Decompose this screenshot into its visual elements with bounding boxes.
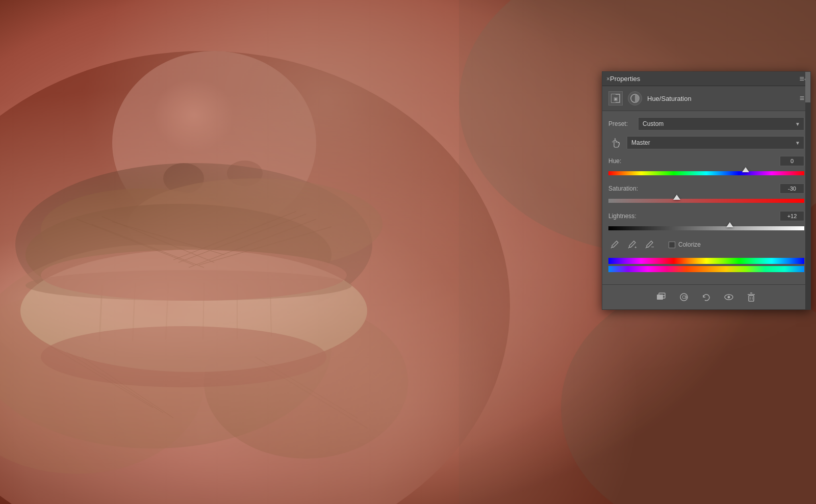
svg-point-11	[204, 306, 408, 459]
properties-panel: × Properties ≡ « ▣ Hue/Saturation ≡ Pres…	[602, 71, 811, 310]
lightness-section: Lightness: +12	[608, 211, 804, 233]
hand-tool-icon[interactable]	[608, 136, 623, 150]
svg-point-54	[682, 296, 685, 299]
reset-button[interactable]	[699, 290, 713, 304]
svg-line-36	[265, 367, 367, 428]
lightness-track	[608, 226, 804, 230]
svg-text:−: −	[651, 244, 654, 249]
colorize-section: Colorize	[669, 241, 701, 248]
eyedropper-subtract-button[interactable]: −	[643, 238, 655, 251]
svg-point-22	[41, 326, 326, 387]
hue-slider-container[interactable]	[608, 168, 804, 178]
svg-point-4	[227, 161, 263, 186]
saturation-track	[608, 199, 804, 203]
preset-row: Preset: Custom Default Cyanotype Sepia ▼	[608, 117, 804, 130]
adjustment-layer-icon: ▣	[608, 91, 623, 105]
scrollbar-thumb[interactable]	[805, 72, 810, 102]
svg-line-17	[203, 283, 204, 339]
svg-line-30	[199, 227, 332, 265]
svg-line-16	[166, 283, 168, 339]
svg-line-46	[628, 247, 629, 248]
colorize-label: Colorize	[678, 241, 701, 248]
saturation-thumb[interactable]	[673, 195, 680, 200]
svg-text:+: +	[634, 245, 636, 249]
hue-header: Hue: 0	[608, 156, 804, 166]
svg-point-5	[0, 178, 230, 382]
saturation-label: Saturation:	[608, 185, 638, 192]
svg-line-14	[99, 285, 102, 341]
hue-thumb[interactable]	[742, 167, 749, 172]
color-bars	[608, 258, 804, 272]
hue-label: Hue:	[608, 157, 621, 165]
svg-line-35	[255, 357, 357, 418]
svg-point-10	[0, 245, 332, 448]
svg-line-29	[189, 219, 316, 268]
svg-line-19	[270, 286, 271, 336]
svg-point-21	[41, 250, 347, 301]
svg-line-25	[92, 224, 204, 268]
svg-point-2	[112, 51, 316, 234]
svg-point-9	[26, 204, 332, 306]
panel-menu-icon[interactable]: ≡	[800, 74, 804, 84]
svg-line-15	[133, 283, 135, 341]
reset-view-button[interactable]	[677, 290, 691, 304]
channel-dropdown-wrapper: Master Reds Yellows Greens Cyans Blues M…	[627, 136, 804, 149]
close-button[interactable]: ×	[606, 75, 610, 83]
panel-body: Preset: Custom Default Cyanotype Sepia ▼	[602, 111, 810, 280]
clip-to-layer-button[interactable]	[654, 290, 669, 304]
panel-footer	[602, 284, 810, 309]
svg-line-34	[82, 357, 173, 418]
svg-line-24	[76, 219, 194, 265]
svg-line-31	[173, 211, 296, 260]
channel-row: Master Reds Yellows Greens Cyans Blues M…	[608, 136, 804, 150]
svg-point-1	[0, 51, 510, 504]
channel-dropdown[interactable]: Master Reds Yellows Greens Cyans Blues M…	[627, 136, 804, 149]
svg-point-53	[680, 294, 687, 301]
saturation-section: Saturation: -30	[608, 183, 804, 206]
panel-scrollbar[interactable]	[805, 72, 810, 309]
panel-options-icon[interactable]: ≡	[800, 94, 804, 103]
spectrum-bar-top	[608, 258, 804, 264]
hue-value[interactable]: 0	[780, 156, 804, 166]
hue-track	[608, 171, 804, 175]
eyedropper-button[interactable]	[608, 238, 621, 251]
svg-point-13	[20, 250, 367, 372]
svg-rect-50	[657, 295, 663, 300]
svg-point-56	[728, 296, 730, 299]
svg-point-7	[41, 189, 245, 270]
visibility-button[interactable]	[722, 290, 736, 304]
panel-header: ▣ Hue/Saturation ≡	[602, 86, 810, 111]
lightness-thumb[interactable]	[726, 222, 733, 227]
colorize-checkbox[interactable]	[669, 242, 675, 248]
lightness-header: Lightness: +12	[608, 211, 804, 221]
svg-point-8	[128, 178, 382, 270]
preset-dropdown-wrapper: Custom Default Cyanotype Sepia ▼	[638, 117, 804, 130]
lightness-label: Lightness:	[608, 213, 636, 220]
eyedropper-add-button[interactable]: +	[626, 238, 638, 251]
preset-dropdown[interactable]: Custom Default Cyanotype Sepia	[638, 117, 804, 130]
lightness-value[interactable]: +12	[780, 211, 804, 221]
eyedropper-section: + − Colorize	[608, 238, 804, 251]
saturation-value[interactable]: -30	[780, 183, 804, 194]
panel-title: Properties	[610, 75, 640, 83]
hue-section: Hue: 0	[608, 156, 804, 178]
svg-point-3	[163, 163, 204, 194]
svg-line-28	[178, 214, 306, 262]
saturation-slider-container[interactable]	[608, 196, 804, 206]
spectrum-bar-bottom	[608, 266, 804, 272]
delete-button[interactable]	[744, 290, 758, 304]
svg-point-12	[0, 290, 204, 474]
svg-point-6	[15, 163, 372, 326]
svg-line-32	[51, 347, 153, 408]
svg-line-27	[112, 222, 224, 255]
svg-line-26	[102, 217, 214, 262]
svg-line-48	[646, 247, 647, 248]
preset-label: Preset:	[608, 120, 634, 127]
svg-rect-57	[749, 296, 754, 301]
svg-line-33	[66, 352, 163, 413]
adjustment-icon	[628, 91, 642, 105]
svg-line-45	[611, 247, 612, 248]
svg-text:▣: ▣	[614, 96, 618, 101]
lightness-slider-container[interactable]	[608, 223, 804, 233]
svg-point-39	[561, 280, 816, 504]
